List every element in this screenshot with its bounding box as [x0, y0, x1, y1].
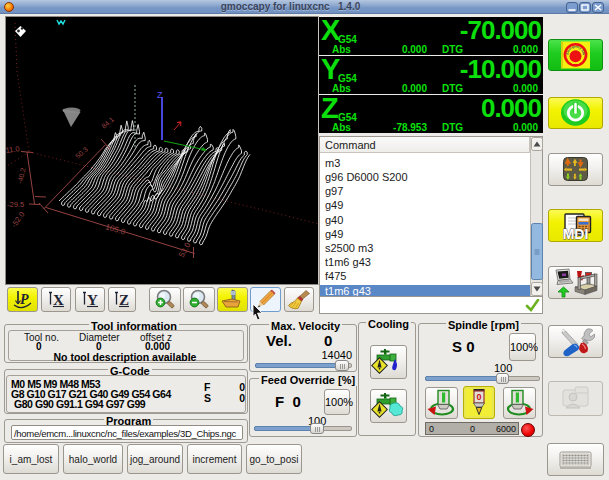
svg-text:MDI: MDI: [563, 226, 589, 241]
svg-text:53.0: 53.0: [177, 241, 193, 259]
svg-text:0: 0: [476, 392, 481, 402]
svg-text:-52.0: -52.0: [9, 210, 26, 229]
svg-text:Z: Z: [119, 292, 129, 308]
svg-text:84.1: 84.1: [100, 116, 115, 130]
svg-text:-29.5: -29.5: [7, 200, 24, 209]
svg-text:Z: Z: [157, 90, 163, 100]
svg-text:11.0: 11.0: [6, 144, 20, 155]
svg-text:105.0: 105.0: [104, 222, 126, 237]
svg-text:Y: Y: [87, 292, 98, 308]
svg-text:-40.2: -40.2: [16, 167, 26, 184]
svg-text:50.3: 50.3: [74, 146, 89, 160]
svg-text:X: X: [53, 292, 64, 308]
